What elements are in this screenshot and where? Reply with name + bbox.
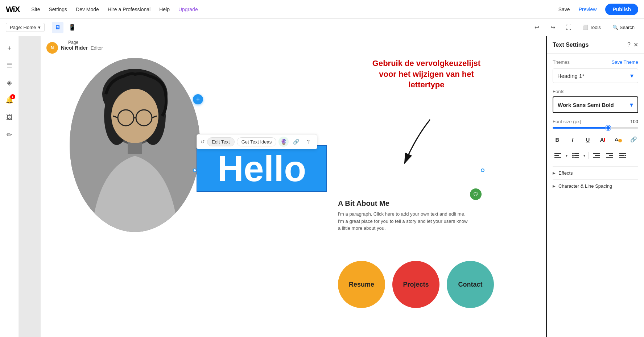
chat-icon[interactable]: © — [470, 188, 482, 200]
portrait-image — [70, 58, 200, 232]
nav-site[interactable]: Site — [31, 7, 40, 12]
font-size-label: Font size (px) — [553, 119, 581, 124]
projects-button[interactable]: Projects — [392, 261, 439, 308]
indent-decrease-button[interactable] — [591, 150, 602, 161]
ai-icon[interactable]: 🔮 — [278, 137, 289, 147]
list-button[interactable] — [570, 150, 581, 161]
buttons-row: Resume Projects Contact — [338, 261, 494, 308]
nav-settings[interactable]: Settings — [49, 7, 67, 12]
search-button[interactable]: 🔍 Search — [609, 23, 638, 32]
resize-handle-right[interactable] — [481, 168, 484, 172]
bold-button[interactable]: B — [553, 134, 562, 145]
effects-row[interactable]: ▶ Effects — [553, 166, 638, 179]
heading-dropdown[interactable]: Heading 1* ▾ — [553, 68, 638, 83]
text-style-button[interactable]: A — [614, 134, 623, 145]
nav-help[interactable]: Help — [159, 7, 170, 12]
undo-button[interactable]: ↩ — [531, 22, 542, 33]
chevron-align-icon[interactable]: ▾ — [566, 154, 567, 158]
divider — [588, 152, 589, 159]
char-spacing-row[interactable]: ▶ Character & Line Spacing — [553, 179, 638, 192]
sidebar-add[interactable]: ＋ — [2, 41, 17, 55]
font-size-row: Font size (px) 100 — [553, 119, 638, 124]
svg-point-19 — [572, 153, 574, 154]
arrow-icon-2 — [394, 116, 437, 170]
tools-icon: ⬜ — [582, 25, 588, 30]
sidebar-draw[interactable]: ✏ — [2, 128, 17, 142]
save-theme-button[interactable]: Save Theme — [612, 59, 638, 65]
chevron-down-icon: ▾ — [630, 101, 633, 109]
tools-button[interactable]: ⬜ Tools — [579, 23, 604, 32]
about-title: A Bit About Me — [338, 199, 468, 208]
italic-button[interactable]: I — [568, 134, 577, 145]
chevron-list-icon[interactable]: ▾ — [583, 154, 585, 158]
page-selector-label: Page: Home — [10, 25, 36, 30]
contact-button[interactable]: Contact — [447, 261, 494, 308]
themes-label: Themes — [553, 59, 570, 65]
nav-hire[interactable]: Hire a Professional — [108, 7, 150, 12]
sidebar-notifications[interactable]: 🔔 1 — [2, 93, 17, 107]
rtl-button[interactable] — [618, 150, 628, 161]
char-spacing-label: Character & Line Spacing — [558, 183, 612, 189]
svg-point-15 — [618, 139, 622, 142]
svg-text:A: A — [615, 137, 618, 142]
about-text: I'm a paragraph. Click here to add your … — [338, 211, 468, 232]
text-color-button[interactable]: A▌ — [598, 134, 608, 145]
main-layout: ＋ ☰ ◈ 🔔 1 🖼 ✏ Page N Nicol Rider Editor … — [0, 36, 644, 337]
nav-upgrade[interactable]: Upgrade — [178, 7, 198, 12]
preview-button[interactable]: Preview — [579, 7, 597, 12]
font-size-value: 100 — [630, 119, 638, 124]
chevron-right-icon: ▶ — [553, 171, 556, 175]
page-selector[interactable]: Page: Home ▾ — [6, 23, 45, 32]
font-name: Work Sans Semi Bold — [558, 102, 614, 108]
tools-label: Tools — [590, 25, 600, 30]
resume-button[interactable]: Resume — [338, 261, 385, 308]
resize-handle-left[interactable] — [193, 168, 197, 172]
slider-thumb[interactable] — [606, 125, 611, 130]
sidebar-design[interactable]: ◈ — [2, 75, 17, 90]
help-icon[interactable]: ? — [303, 137, 313, 147]
align-row: ▾ ▾ — [553, 150, 638, 161]
user-bar: N Nicol Rider Editor — [46, 42, 103, 54]
publish-button[interactable]: Publish — [605, 4, 638, 15]
chevron-down-icon: ▾ — [630, 72, 633, 80]
align-left-button[interactable] — [553, 150, 563, 161]
refresh-icon: ↺ — [201, 139, 205, 145]
save-button[interactable]: Save — [558, 7, 570, 12]
underline-button[interactable]: U — [583, 134, 593, 145]
close-panel-icon[interactable]: ✕ — [633, 41, 638, 48]
svg-marker-34 — [624, 155, 626, 156]
panel-header-icons: ? ✕ — [627, 41, 638, 48]
sidebar-pages[interactable]: ☰ — [2, 58, 17, 72]
search-icon: 🔍 — [612, 25, 618, 30]
redo-button[interactable]: ↪ — [547, 22, 558, 33]
search-label: Search — [620, 25, 635, 30]
sidebar-media[interactable]: 🖼 — [2, 110, 17, 125]
font-size-slider-container — [553, 127, 638, 129]
editor-label: Editor — [91, 45, 103, 51]
fullscreen-button[interactable]: ⛶ — [563, 22, 574, 33]
mobile-view-button[interactable]: 📱 — [66, 22, 78, 33]
font-size-slider[interactable] — [553, 127, 638, 129]
notification-badge: 1 — [10, 94, 15, 99]
hello-text: Hello — [218, 148, 306, 190]
link-icon[interactable]: 🔗 — [291, 137, 301, 147]
nav-devmode[interactable]: Dev Mode — [76, 7, 99, 12]
effects-label: Effects — [558, 170, 573, 176]
user-name: Nicol Rider — [61, 45, 88, 51]
hello-text-box[interactable]: Hello — [197, 145, 327, 192]
indent-increase-button[interactable] — [604, 150, 615, 161]
add-element-button[interactable]: + — [193, 94, 203, 104]
link-format-button[interactable]: 🔗 — [629, 134, 638, 145]
device-icons: 🖥 📱 — [52, 22, 78, 33]
get-text-ideas-button[interactable]: Get Text Ideas — [237, 137, 277, 146]
panel-body: Themes Save Theme Heading 1* ▾ Fonts Wor… — [547, 54, 644, 337]
edit-text-button[interactable]: Edit Text — [207, 137, 235, 146]
help-panel-icon[interactable]: ? — [627, 41, 631, 48]
secondary-toolbar: Page: Home ▾ 🖥 📱 ↩ ↪ ⛶ ⬜ Tools 🔍 Search — [0, 19, 644, 36]
svg-point-21 — [572, 155, 574, 156]
text-editing-toolbar: ↺ Edit Text Get Text Ideas 🔮 🔗 ? — [197, 134, 317, 149]
text-settings-panel: Text Settings ? ✕ Themes Save Theme Head… — [546, 36, 644, 337]
desktop-view-button[interactable]: 🖥 — [52, 22, 63, 33]
font-dropdown[interactable]: Work Sans Semi Bold ▾ — [553, 96, 638, 113]
format-row: B I U A▌ A 🔗 — [553, 134, 638, 145]
